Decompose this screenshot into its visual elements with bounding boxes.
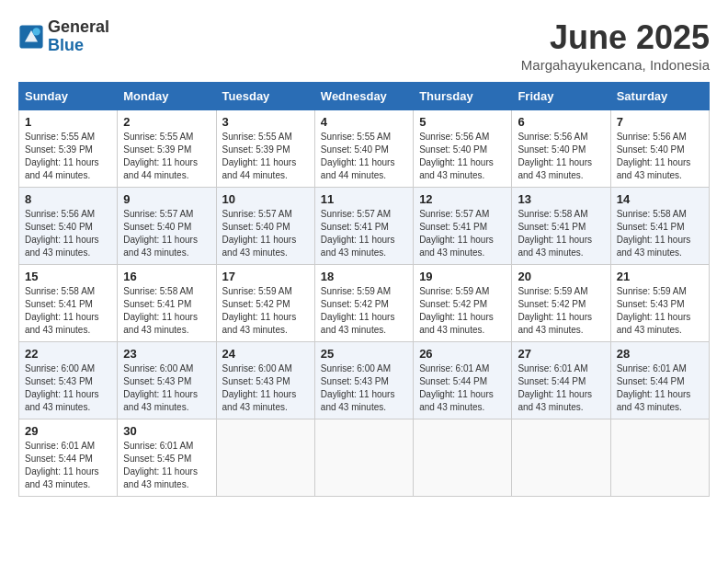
day-number: 14	[617, 192, 703, 206]
day-info: Sunrise: 5:58 AMSunset: 5:41 PMDaylight:…	[123, 285, 210, 337]
day-info: Sunrise: 5:59 AMSunset: 5:43 PMDaylight:…	[617, 285, 703, 337]
calendar-cell: 25Sunrise: 6:00 AMSunset: 5:43 PMDayligh…	[314, 342, 413, 419]
calendar-cell: 2Sunrise: 5:55 AMSunset: 5:39 PMDaylight…	[118, 110, 216, 188]
days-of-week-row: SundayMondayTuesdayWednesdayThursdayFrid…	[19, 83, 710, 110]
day-info: Sunrise: 6:01 AMSunset: 5:44 PMDaylight:…	[25, 440, 111, 491]
calendar-cell: 8Sunrise: 5:56 AMSunset: 5:40 PMDaylight…	[19, 188, 118, 265]
logo-icon	[18, 24, 44, 50]
calendar-cell: 5Sunrise: 5:56 AMSunset: 5:40 PMDaylight…	[414, 110, 512, 188]
day-info: Sunrise: 5:57 AMSunset: 5:40 PMDaylight:…	[123, 208, 210, 259]
calendar-cell	[216, 419, 314, 497]
calendar-cell	[610, 419, 709, 497]
calendar-cell: 30Sunrise: 6:01 AMSunset: 5:45 PMDayligh…	[118, 419, 216, 497]
logo-general-text: General	[48, 17, 109, 36]
day-number: 8	[25, 192, 111, 206]
day-info: Sunrise: 6:01 AMSunset: 5:44 PMDaylight:…	[617, 362, 703, 414]
day-info: Sunrise: 6:01 AMSunset: 5:45 PMDaylight:…	[123, 440, 210, 491]
logo-blue-text: Blue	[48, 36, 84, 54]
calendar-cell: 24Sunrise: 6:00 AMSunset: 5:43 PMDayligh…	[216, 342, 314, 419]
day-number: 23	[123, 347, 210, 361]
calendar-cell: 7Sunrise: 5:56 AMSunset: 5:40 PMDaylight…	[610, 110, 709, 188]
calendar-cell: 10Sunrise: 5:57 AMSunset: 5:40 PMDayligh…	[216, 188, 314, 265]
calendar-cell: 12Sunrise: 5:57 AMSunset: 5:41 PMDayligh…	[414, 188, 512, 265]
calendar-cell: 27Sunrise: 6:01 AMSunset: 5:44 PMDayligh…	[512, 342, 610, 419]
day-info: Sunrise: 6:00 AMSunset: 5:43 PMDaylight:…	[321, 362, 407, 414]
day-info: Sunrise: 5:58 AMSunset: 5:41 PMDaylight:…	[617, 208, 703, 259]
day-info: Sunrise: 5:56 AMSunset: 5:40 PMDaylight:…	[419, 131, 506, 182]
calendar-table: SundayMondayTuesdayWednesdayThursdayFrid…	[18, 82, 710, 497]
calendar-cell: 16Sunrise: 5:58 AMSunset: 5:41 PMDayligh…	[118, 265, 216, 342]
day-number: 24	[222, 347, 309, 361]
calendar-week-row: 1Sunrise: 5:55 AMSunset: 5:39 PMDaylight…	[19, 110, 710, 188]
day-number: 19	[419, 270, 506, 283]
day-number: 3	[222, 115, 309, 129]
day-number: 26	[419, 347, 506, 361]
calendar-cell: 19Sunrise: 5:59 AMSunset: 5:42 PMDayligh…	[414, 265, 512, 342]
calendar-cell: 23Sunrise: 6:00 AMSunset: 5:43 PMDayligh…	[118, 342, 216, 419]
day-number: 7	[617, 115, 703, 129]
day-of-week-header: Monday	[118, 83, 216, 110]
day-of-week-header: Saturday	[610, 83, 709, 110]
day-number: 6	[518, 115, 604, 129]
calendar-week-row: 15Sunrise: 5:58 AMSunset: 5:41 PMDayligh…	[19, 265, 710, 342]
calendar-week-row: 29Sunrise: 6:01 AMSunset: 5:44 PMDayligh…	[19, 419, 710, 497]
calendar-cell: 28Sunrise: 6:01 AMSunset: 5:44 PMDayligh…	[610, 342, 709, 419]
calendar-cell: 17Sunrise: 5:59 AMSunset: 5:42 PMDayligh…	[216, 265, 314, 342]
day-info: Sunrise: 5:59 AMSunset: 5:42 PMDaylight:…	[419, 285, 506, 337]
day-number: 22	[25, 347, 111, 361]
day-number: 17	[222, 270, 309, 283]
calendar-week-row: 22Sunrise: 6:00 AMSunset: 5:43 PMDayligh…	[19, 342, 710, 419]
calendar-body: 1Sunrise: 5:55 AMSunset: 5:39 PMDaylight…	[19, 110, 710, 497]
logo-text: General Blue	[48, 18, 109, 55]
calendar-week-row: 8Sunrise: 5:56 AMSunset: 5:40 PMDaylight…	[19, 188, 710, 265]
calendar-cell	[512, 419, 610, 497]
calendar-header: SundayMondayTuesdayWednesdayThursdayFrid…	[19, 83, 710, 110]
day-number: 10	[222, 192, 309, 206]
day-info: Sunrise: 5:59 AMSunset: 5:42 PMDaylight:…	[518, 285, 604, 337]
calendar-cell: 13Sunrise: 5:58 AMSunset: 5:41 PMDayligh…	[512, 188, 610, 265]
day-info: Sunrise: 5:55 AMSunset: 5:39 PMDaylight:…	[222, 131, 309, 182]
day-info: Sunrise: 5:59 AMSunset: 5:42 PMDaylight:…	[321, 285, 407, 337]
calendar-cell	[314, 419, 413, 497]
calendar-cell: 14Sunrise: 5:58 AMSunset: 5:41 PMDayligh…	[610, 188, 709, 265]
calendar-cell: 3Sunrise: 5:55 AMSunset: 5:39 PMDaylight…	[216, 110, 314, 188]
day-info: Sunrise: 5:58 AMSunset: 5:41 PMDaylight:…	[518, 208, 604, 259]
day-number: 12	[419, 192, 506, 206]
day-info: Sunrise: 5:56 AMSunset: 5:40 PMDaylight:…	[617, 131, 703, 182]
day-number: 1	[25, 115, 111, 129]
day-info: Sunrise: 5:56 AMSunset: 5:40 PMDaylight:…	[25, 208, 111, 259]
day-number: 25	[321, 347, 407, 361]
day-number: 16	[123, 270, 210, 283]
day-of-week-header: Tuesday	[216, 83, 314, 110]
day-number: 21	[617, 270, 703, 283]
svg-point-2	[32, 28, 40, 35]
day-info: Sunrise: 5:58 AMSunset: 5:41 PMDaylight:…	[25, 285, 111, 337]
day-of-week-header: Sunday	[19, 83, 118, 110]
day-number: 11	[321, 192, 407, 206]
day-info: Sunrise: 5:55 AMSunset: 5:39 PMDaylight:…	[25, 131, 111, 182]
day-number: 29	[25, 424, 111, 438]
day-number: 28	[617, 347, 703, 361]
day-info: Sunrise: 6:01 AMSunset: 5:44 PMDaylight:…	[518, 362, 604, 414]
calendar-cell: 1Sunrise: 5:55 AMSunset: 5:39 PMDaylight…	[19, 110, 118, 188]
day-info: Sunrise: 5:55 AMSunset: 5:40 PMDaylight:…	[321, 131, 407, 182]
day-info: Sunrise: 6:00 AMSunset: 5:43 PMDaylight:…	[222, 362, 309, 414]
day-number: 2	[123, 115, 210, 129]
calendar-cell: 20Sunrise: 5:59 AMSunset: 5:42 PMDayligh…	[512, 265, 610, 342]
day-of-week-header: Thursday	[414, 83, 512, 110]
day-number: 30	[123, 424, 210, 438]
day-of-week-header: Friday	[512, 83, 610, 110]
calendar-cell: 4Sunrise: 5:55 AMSunset: 5:40 PMDaylight…	[314, 110, 413, 188]
calendar-cell: 6Sunrise: 5:56 AMSunset: 5:40 PMDaylight…	[512, 110, 610, 188]
day-number: 4	[321, 115, 407, 129]
calendar-cell: 11Sunrise: 5:57 AMSunset: 5:41 PMDayligh…	[314, 188, 413, 265]
calendar-cell: 15Sunrise: 5:58 AMSunset: 5:41 PMDayligh…	[19, 265, 118, 342]
day-number: 20	[518, 270, 604, 283]
calendar-cell: 9Sunrise: 5:57 AMSunset: 5:40 PMDaylight…	[118, 188, 216, 265]
calendar-cell: 22Sunrise: 6:00 AMSunset: 5:43 PMDayligh…	[19, 342, 118, 419]
title-block: June 2025 Margahayukencana, Indonesia	[521, 18, 710, 73]
day-number: 27	[518, 347, 604, 361]
day-number: 18	[321, 270, 407, 283]
day-info: Sunrise: 5:57 AMSunset: 5:41 PMDaylight:…	[321, 208, 407, 259]
day-info: Sunrise: 6:00 AMSunset: 5:43 PMDaylight:…	[25, 362, 111, 414]
